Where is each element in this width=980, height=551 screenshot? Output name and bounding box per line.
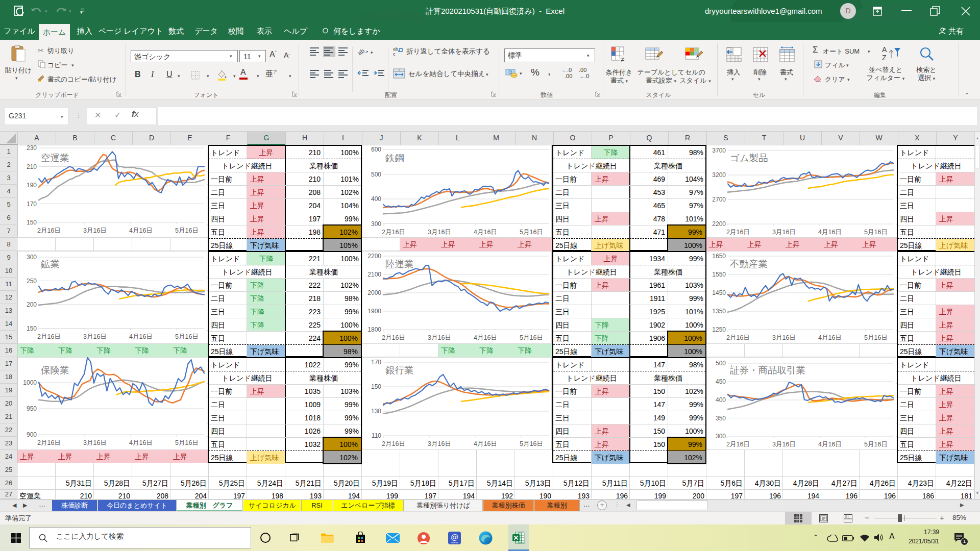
svg-text:210: 210 — [27, 163, 37, 170]
svg-text:証券・商品取引業: 証券・商品取引業 — [730, 365, 805, 375]
svg-text:4月16日: 4月16日 — [474, 440, 497, 447]
svg-text:ゴム製品: ゴム製品 — [730, 153, 768, 163]
svg-text:2700: 2700 — [712, 196, 726, 203]
svg-text:1450: 1450 — [712, 289, 726, 296]
svg-text:3月16日: 3月16日 — [428, 440, 451, 447]
svg-text:1350: 1350 — [712, 308, 726, 315]
svg-text:鉄鋼: 鉄鋼 — [385, 153, 404, 163]
svg-text:5月16日: 5月16日 — [864, 334, 888, 341]
svg-text:4月16日: 4月16日 — [818, 441, 842, 448]
svg-text:4月16日: 4月16日 — [474, 229, 497, 236]
svg-text:450: 450 — [716, 378, 726, 385]
svg-text:500: 500 — [716, 360, 726, 367]
svg-text:3200: 3200 — [712, 171, 726, 179]
svg-text:900: 900 — [27, 431, 37, 438]
svg-text:5月16日: 5月16日 — [520, 229, 543, 236]
svg-text:1550: 1550 — [712, 271, 726, 278]
svg-text:不動産業: 不動産業 — [730, 259, 768, 269]
svg-text:3月16日: 3月16日 — [83, 227, 107, 234]
svg-text:2月16日: 2月16日 — [726, 441, 750, 448]
svg-text:300: 300 — [27, 254, 37, 261]
svg-text:2000: 2000 — [368, 289, 381, 296]
svg-text:2200: 2200 — [368, 253, 381, 260]
svg-text:200: 200 — [27, 301, 37, 308]
svg-text:350: 350 — [716, 415, 726, 422]
svg-text:2月16日: 2月16日 — [37, 227, 61, 234]
svg-text:250: 250 — [27, 278, 37, 285]
svg-text:5月16日: 5月16日 — [520, 334, 543, 341]
svg-text:600: 600 — [371, 146, 381, 153]
svg-text:300: 300 — [371, 220, 381, 228]
svg-text:300: 300 — [716, 433, 726, 440]
svg-text:1650: 1650 — [712, 253, 726, 260]
svg-text:ab: ab — [393, 46, 398, 52]
svg-text:400: 400 — [371, 195, 381, 203]
svg-text:150: 150 — [371, 383, 381, 390]
svg-text:2月16日: 2月16日 — [726, 334, 750, 341]
svg-text:110: 110 — [372, 432, 381, 439]
svg-text:Z: Z — [882, 54, 887, 62]
svg-text:4月16日: 4月16日 — [129, 439, 153, 446]
svg-text:170: 170 — [371, 359, 381, 366]
svg-text:190: 190 — [27, 182, 37, 189]
svg-text:230: 230 — [27, 145, 37, 152]
svg-text:1000: 1000 — [23, 379, 37, 386]
svg-text:5月16日: 5月16日 — [175, 227, 199, 234]
svg-text:3月16日: 3月16日 — [772, 229, 796, 236]
svg-text:陸運業: 陸運業 — [385, 259, 414, 269]
svg-text:3月16日: 3月16日 — [772, 441, 796, 448]
svg-text:3月16日: 3月16日 — [772, 334, 796, 341]
svg-text:5月16日: 5月16日 — [864, 441, 888, 448]
svg-text:5月16日: 5月16日 — [175, 439, 199, 446]
svg-text:ab: ab — [357, 47, 366, 57]
svg-text:950: 950 — [27, 405, 37, 412]
svg-text:4月16日: 4月16日 — [818, 334, 842, 341]
svg-text:5月16日: 5月16日 — [175, 333, 199, 340]
svg-text:3月16日: 3月16日 — [428, 229, 451, 236]
svg-text:2月16日: 2月16日 — [382, 440, 405, 447]
svg-text:3700: 3700 — [712, 147, 726, 154]
svg-text:5月16日: 5月16日 — [864, 229, 888, 236]
svg-text:2200: 2200 — [712, 220, 726, 228]
svg-text:1800: 1800 — [368, 326, 381, 333]
svg-text:2月16日: 2月16日 — [37, 333, 61, 340]
svg-text:銀行業: 銀行業 — [385, 365, 414, 375]
svg-text:4月16日: 4月16日 — [818, 229, 842, 236]
svg-text:4月16日: 4月16日 — [474, 334, 497, 341]
svg-text:3月16日: 3月16日 — [428, 334, 451, 341]
svg-text:c: c — [393, 52, 396, 56]
svg-text:2月16日: 2月16日 — [37, 439, 61, 446]
svg-text:1900: 1900 — [368, 308, 381, 315]
svg-text:400: 400 — [716, 396, 726, 404]
svg-text:150: 150 — [27, 325, 37, 332]
svg-text:2月16日: 2月16日 — [382, 334, 405, 341]
svg-text:2月16日: 2月16日 — [382, 229, 405, 236]
svg-text:2月16日: 2月16日 — [726, 229, 750, 236]
svg-text:空運業: 空運業 — [41, 153, 69, 163]
svg-text:A: A — [882, 45, 887, 54]
svg-text:4月16日: 4月16日 — [129, 333, 153, 340]
svg-text:3月16日: 3月16日 — [83, 439, 107, 446]
svg-text:150: 150 — [27, 219, 37, 226]
svg-text:3月16日: 3月16日 — [83, 333, 107, 340]
svg-text:170: 170 — [27, 201, 37, 208]
svg-text:5月16日: 5月16日 — [520, 440, 543, 447]
svg-text:130: 130 — [371, 408, 381, 415]
svg-text:≠: ≠ — [621, 56, 624, 63]
svg-text:1250: 1250 — [712, 326, 726, 333]
svg-text:4月16日: 4月16日 — [129, 227, 153, 234]
svg-text:2100: 2100 — [368, 271, 381, 278]
svg-text:鉱業: 鉱業 — [40, 259, 60, 269]
svg-text:保険業: 保険業 — [41, 365, 69, 375]
svg-text:500: 500 — [371, 171, 381, 178]
